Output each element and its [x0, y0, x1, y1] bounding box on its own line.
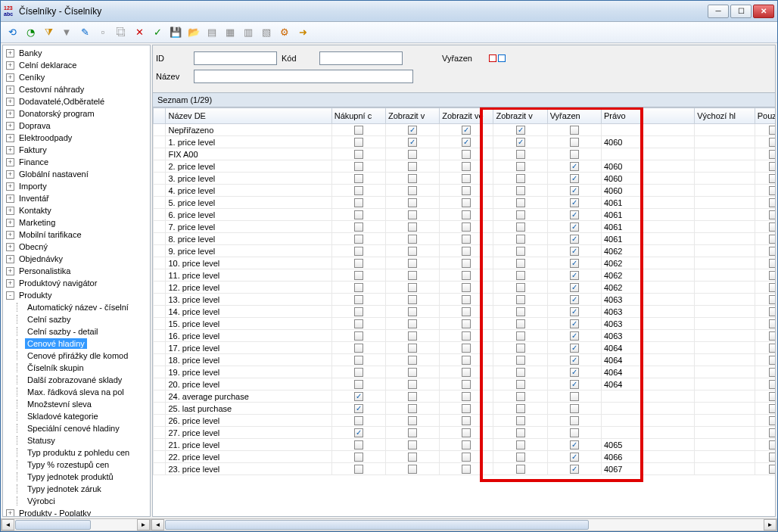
expand-icon[interactable]: + — [6, 49, 14, 58]
table-row[interactable]: 7. price level✓406121.07.200POJ04.04.201… — [154, 221, 776, 233]
checkbox-icon[interactable] — [408, 247, 417, 256]
tree-item[interactable]: Statusy — [5, 434, 148, 446]
grid-hscrollbar[interactable]: ◄ ► — [151, 518, 777, 531]
cell-vyrazen[interactable]: ✓ — [547, 451, 601, 463]
checkbox-icon[interactable]: ✓ — [570, 344, 579, 353]
checkbox-icon[interactable] — [354, 465, 363, 474]
checkbox-icon[interactable]: ✓ — [570, 210, 579, 219]
cell-vyrazen[interactable]: ✓ — [547, 294, 601, 306]
table-row[interactable]: 27. price level✓20.06.201VA25.04.201VA — [154, 427, 776, 439]
tree-item[interactable]: Typy jednotek záruk — [5, 483, 148, 495]
cell-zobrazitv1[interactable] — [385, 257, 439, 269]
table-row[interactable]: 4. price level✓406021.07.200POJ04.04.201… — [154, 185, 776, 197]
cell-vyrazen[interactable]: ✓ — [547, 366, 601, 378]
checkbox-icon[interactable] — [354, 295, 363, 304]
cell-vyrazen[interactable]: ✓ — [547, 378, 601, 390]
expand-icon[interactable]: + — [6, 86, 14, 94]
checkbox-icon[interactable] — [769, 440, 776, 450]
checkbox-icon[interactable] — [769, 198, 776, 207]
checkbox-icon[interactable] — [408, 186, 417, 195]
checkbox-icon[interactable] — [408, 428, 417, 437]
cell-vyrazen[interactable] — [547, 415, 601, 427]
tree-item[interactable]: Další zobrazované sklady — [5, 374, 148, 386]
checkbox-icon[interactable] — [408, 283, 417, 292]
checkbox-icon[interactable] — [462, 295, 471, 304]
tree-panel[interactable]: +Banky+Celní deklarace+Ceníky+Cestovní n… — [2, 45, 151, 517]
cell-zobrazitve[interactable] — [440, 306, 493, 318]
cell-zobrazitv1[interactable] — [385, 330, 439, 342]
tree-item-label[interactable]: Speciální cenové hladiny — [25, 423, 122, 434]
tree-item[interactable]: +Produkty - Poplatky — [5, 507, 148, 517]
checkbox-icon[interactable] — [462, 344, 471, 353]
cell-nakupni[interactable] — [331, 197, 385, 209]
cell-zobrazitve[interactable] — [440, 415, 493, 427]
cell-zobrazitv2[interactable] — [493, 463, 547, 475]
checkbox-icon[interactable] — [516, 465, 525, 474]
checkbox-icon[interactable]: ✓ — [570, 283, 579, 292]
cell-zobrazitve[interactable] — [440, 173, 493, 185]
checkbox-icon[interactable]: ✓ — [570, 319, 579, 328]
titlebar[interactable]: 123abc Číselníky - Číselníky ─ ☐ ✕ — [1, 1, 777, 22]
checkbox-icon[interactable] — [408, 368, 417, 377]
maximize-button[interactable]: ☐ — [730, 5, 752, 18]
checkbox-icon[interactable]: ✓ — [570, 222, 579, 232]
cell-zobrazitv2[interactable] — [493, 366, 547, 378]
tree-item-label[interactable]: Skladové kategorie — [25, 411, 101, 422]
tree-item[interactable]: +Doprava — [5, 120, 148, 132]
table-row[interactable]: 3. price level✓406021.07.200POJ04.04.201… — [154, 173, 776, 185]
checkbox-icon[interactable] — [516, 356, 525, 365]
cell-nakupni[interactable] — [331, 282, 385, 294]
table-row[interactable]: 16. price level✓406321.07.200POJ04.04.20… — [154, 330, 776, 342]
filter-funnel-icon[interactable]: ⧩ — [40, 24, 57, 41]
cell-zobrazitv2[interactable] — [493, 197, 547, 209]
cell-zobrazitv1[interactable] — [385, 390, 439, 403]
kod-input[interactable] — [319, 51, 403, 65]
cell-zobrazitve[interactable] — [440, 257, 493, 269]
cell-zobrazitve[interactable] — [440, 354, 493, 366]
checkbox-icon[interactable]: ✓ — [570, 465, 579, 474]
tree-item[interactable]: Speciální cenové hladiny — [5, 422, 148, 434]
checkbox-icon[interactable] — [354, 210, 363, 219]
checkbox-icon[interactable]: ✓ — [570, 259, 579, 268]
tree-item[interactable]: Cenové přirážky dle komod — [5, 350, 148, 362]
expand-icon[interactable]: + — [6, 509, 14, 518]
checkbox-icon[interactable] — [354, 259, 363, 268]
cell-zobrazitv2[interactable] — [493, 306, 547, 318]
cell-pouze[interactable] — [755, 269, 776, 282]
exit-icon[interactable]: ➜ — [294, 24, 311, 41]
cell-vyrazen[interactable]: ✓ — [547, 269, 601, 282]
cell-zobrazitv2[interactable] — [493, 160, 547, 173]
checkbox-icon[interactable] — [462, 198, 471, 207]
tree-item-label[interactable]: Ceníky — [17, 72, 47, 82]
checkbox-icon[interactable] — [462, 392, 471, 401]
cell-zobrazitv2[interactable] — [493, 173, 547, 185]
cell-nakupni[interactable] — [331, 366, 385, 378]
checkbox-icon[interactable] — [516, 174, 525, 183]
checkbox-icon[interactable] — [516, 150, 525, 159]
cell-pouze[interactable] — [755, 185, 776, 197]
column-header-pouze[interactable]: Pouze pro — [755, 108, 776, 124]
cell-zobrazitv2[interactable] — [493, 245, 547, 257]
cell-zobrazitve[interactable] — [440, 390, 493, 403]
expand-icon[interactable]: + — [6, 267, 14, 275]
checkbox-icon[interactable] — [462, 404, 471, 413]
checkbox-icon[interactable] — [516, 453, 525, 462]
cell-nakupni[interactable] — [331, 378, 385, 390]
checkbox-icon[interactable] — [516, 307, 525, 316]
checkbox-icon[interactable] — [408, 174, 417, 183]
checkbox-icon[interactable] — [408, 440, 417, 450]
cell-vyrazen[interactable]: ✓ — [547, 257, 601, 269]
cell-zobrazitv2[interactable] — [493, 209, 547, 221]
checkbox-icon[interactable]: ✓ — [462, 126, 471, 135]
cell-zobrazitv1[interactable] — [385, 427, 439, 439]
checkbox-icon[interactable] — [769, 368, 776, 377]
checkbox-icon[interactable] — [516, 428, 525, 437]
column-header-nakupni[interactable]: Nákupní c — [331, 108, 385, 124]
cell-zobrazitv1[interactable] — [385, 173, 439, 185]
checkbox-icon[interactable] — [354, 235, 363, 244]
checkbox-icon[interactable]: ✓ — [570, 307, 579, 316]
tree-item[interactable]: +Cestovní náhrady — [5, 83, 148, 95]
cell-zobrazitve[interactable] — [440, 439, 493, 451]
cell-vyrazen[interactable] — [547, 427, 601, 439]
checkbox-icon[interactable] — [516, 295, 525, 304]
